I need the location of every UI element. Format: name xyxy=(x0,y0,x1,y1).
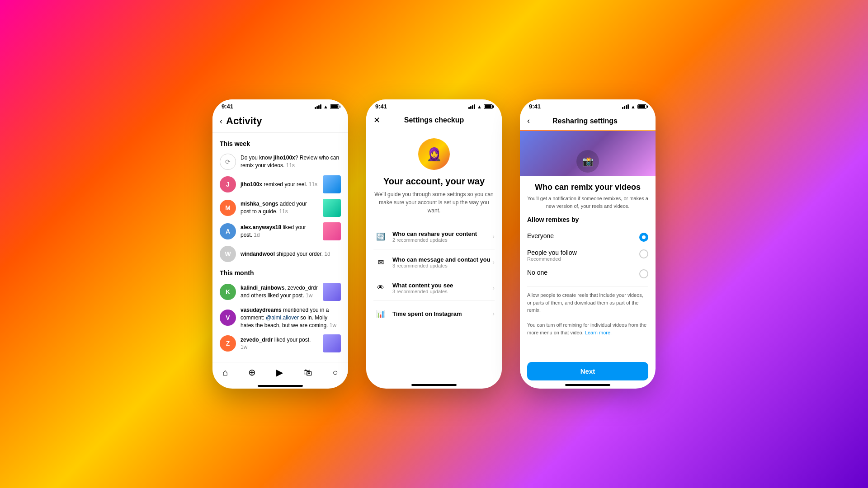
status-time-3: 9:41 xyxy=(529,103,541,110)
checkup-screen: ✕ Settings checkup 🧕 Your account, your … xyxy=(366,112,502,389)
battery-2 xyxy=(484,104,493,109)
time-icon: 📊 xyxy=(373,306,388,321)
chevron-right-icon: › xyxy=(492,310,495,317)
list-item[interactable]: W windandwool shipped your order. 1d xyxy=(220,243,341,265)
resharing-screen: ‹ Resharing settings 📸 Who can remix you… xyxy=(520,112,656,389)
nav-home-icon[interactable]: ⌂ xyxy=(222,367,228,378)
resharing-description: You'll get a notification if someone rem… xyxy=(527,195,648,210)
avatar: K xyxy=(220,284,236,300)
resharing-title: Resharing settings xyxy=(533,117,637,125)
resharing-banner: 📸 xyxy=(520,131,656,176)
radio-text: Everyone xyxy=(527,232,636,239)
resharing-header: ‹ Resharing settings xyxy=(520,112,656,130)
list-item[interactable]: K kalindi_rainbows, zevedo_drdr and othe… xyxy=(220,280,341,304)
remix-icon: ⟳ xyxy=(220,154,236,170)
wifi-icon-2: ▲ xyxy=(477,104,482,109)
bottom-nav: ⌂ ⊕ ▶ 🛍 ○ xyxy=(212,362,348,385)
home-indicator-1 xyxy=(258,385,303,387)
settings-text: Who can message and contact you 3 recomm… xyxy=(392,256,492,268)
activity-text: Do you know jiho100x? Review who can rem… xyxy=(241,154,341,169)
avatar: A xyxy=(220,223,236,239)
time-title: Time spent on Instagram xyxy=(392,310,492,317)
activity-body: This week ⟳ Do you know jiho100x? Review… xyxy=(212,133,348,362)
activity-text: kalindi_rainbows, zevedo_drdr and others… xyxy=(241,284,318,300)
list-item[interactable]: ⟳ Do you know jiho100x? Review who can r… xyxy=(220,151,341,173)
message-sub: 3 recommended updates xyxy=(392,263,492,268)
nav-reels-icon[interactable]: ▶ xyxy=(276,367,283,378)
status-bar-2: 9:41 ▲ xyxy=(366,99,502,112)
radio-text: People you follow Recommended xyxy=(527,249,636,262)
chevron-right-icon: › xyxy=(492,233,495,240)
activity-text: zevedo_drdr liked your post. 1w xyxy=(241,336,318,352)
reshare-title: Who can reshare your content xyxy=(392,230,492,237)
status-time-1: 9:41 xyxy=(222,103,233,110)
nav-shop-icon[interactable]: 🛍 xyxy=(303,367,312,378)
activity-header: ‹ Activity xyxy=(212,112,348,133)
settings-content-item[interactable]: 👁 What content you see 3 recommended upd… xyxy=(373,275,495,301)
checkup-main-title: Your account, your way xyxy=(383,176,485,187)
option-no-one[interactable]: No one xyxy=(527,265,648,282)
profile-avatar: 🧕 xyxy=(418,138,450,170)
radio-sublabel-follow: Recommended xyxy=(527,256,636,262)
list-item[interactable]: A alex.anyways18 liked your post. 1d xyxy=(220,220,341,243)
radio-text: No one xyxy=(527,269,636,276)
avatar: Z xyxy=(220,335,236,352)
signal-bars-1 xyxy=(315,104,321,109)
thumbnail xyxy=(323,199,341,217)
profile-emoji: 🧕 xyxy=(426,147,442,162)
settings-text: Who can reshare your content 2 recommend… xyxy=(392,230,492,243)
activity-text: vasudaydreams mentioned you in a comment… xyxy=(241,306,341,329)
status-icons-3: ▲ xyxy=(622,104,646,109)
activity-title: Activity xyxy=(226,115,262,127)
avatar: J xyxy=(220,176,236,192)
list-item[interactable]: Z zevedo_drdr liked your post. 1w xyxy=(220,332,341,355)
list-item[interactable]: M mishka_songs added your post to a guid… xyxy=(220,196,341,220)
radio-circle-follow[interactable] xyxy=(639,249,648,258)
back-button-3[interactable]: ‹ xyxy=(527,116,530,126)
wifi-icon-3: ▲ xyxy=(631,104,636,109)
activity-text: jiho100x remixed your reel. 11s xyxy=(241,181,318,188)
chevron-right-icon: › xyxy=(492,284,495,291)
activity-text: alex.anyways18 liked your post. 1d xyxy=(241,224,318,239)
checkup-header: ✕ Settings checkup xyxy=(366,112,502,129)
close-button[interactable]: ✕ xyxy=(373,115,380,125)
learn-more-link[interactable]: Learn more. xyxy=(585,330,612,335)
back-button-1[interactable]: ‹ xyxy=(220,117,222,126)
checkup-title: Settings checkup xyxy=(404,116,464,124)
signal-bars-2 xyxy=(468,104,475,109)
list-item[interactable]: J jiho100x remixed your reel. 11s xyxy=(220,173,341,196)
thumbnail xyxy=(323,334,341,352)
checkup-subtitle: We'll guide you through some settings so… xyxy=(373,190,495,215)
content-sub: 3 recommended updates xyxy=(392,289,492,294)
settings-time-item[interactable]: 📊 Time spent on Instagram › xyxy=(373,301,495,326)
resharing-note: Allow people to create reels that includ… xyxy=(527,286,648,336)
message-icon: ✉ xyxy=(373,255,388,269)
battery-3 xyxy=(637,104,646,109)
status-time-2: 9:41 xyxy=(375,103,387,110)
settings-text: Time spent on Instagram xyxy=(392,310,492,317)
activity-text: mishka_songs added your post to a guide.… xyxy=(241,200,318,216)
avatar: M xyxy=(220,200,236,216)
option-everyone[interactable]: Everyone xyxy=(527,229,648,245)
settings-list: 🔄 Who can reshare your content 2 recomme… xyxy=(373,224,495,326)
nav-search-icon[interactable]: ⊕ xyxy=(248,367,256,378)
thumbnail xyxy=(323,222,341,240)
radio-label-noone: No one xyxy=(527,269,636,276)
next-button[interactable]: Next xyxy=(527,362,648,380)
wifi-icon-1: ▲ xyxy=(323,104,328,109)
activity-text: windandwool shipped your order. 1d xyxy=(241,250,341,258)
radio-circle-everyone[interactable] xyxy=(639,233,648,242)
settings-message-item[interactable]: ✉ Who can message and contact you 3 reco… xyxy=(373,249,495,275)
resharing-body: 📸 Who can remix your videos You'll get a… xyxy=(520,131,656,357)
list-item[interactable]: V vasudaydreams mentioned you in a comme… xyxy=(220,304,341,332)
option-people-follow[interactable]: People you follow Recommended xyxy=(527,245,648,265)
radio-circle-noone[interactable] xyxy=(639,269,648,278)
allow-label: Allow remixes by xyxy=(527,216,648,223)
battery-1 xyxy=(330,104,339,109)
nav-profile-icon[interactable]: ○ xyxy=(332,367,338,378)
content-title: What content you see xyxy=(392,282,492,289)
this-week-label: This week xyxy=(220,140,341,147)
settings-reshare-item[interactable]: 🔄 Who can reshare your content 2 recomme… xyxy=(373,224,495,249)
thumbnail xyxy=(323,175,341,193)
avatar: W xyxy=(220,246,236,262)
